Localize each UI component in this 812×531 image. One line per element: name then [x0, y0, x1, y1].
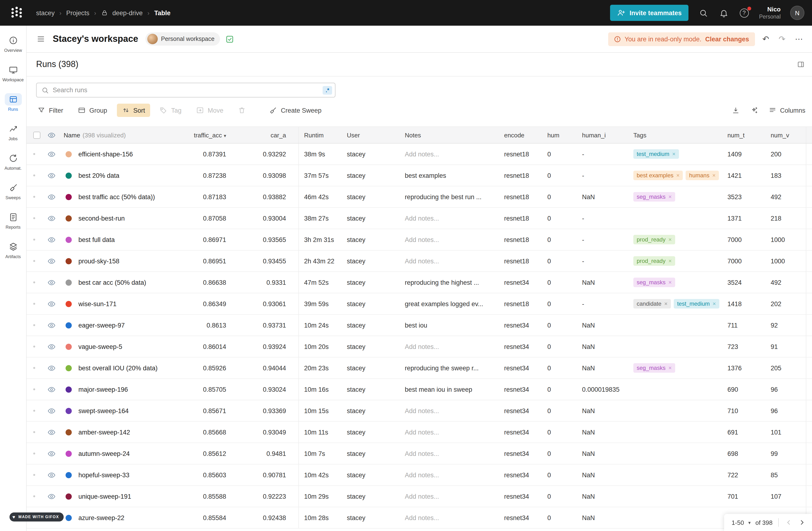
breadcrumb-user[interactable]: stacey [36, 9, 55, 16]
user-avatar[interactable]: N [790, 6, 804, 20]
more-options-button[interactable]: ⋯ [793, 33, 806, 45]
visibility-eye-icon[interactable] [47, 321, 55, 329]
tag-chip[interactable]: seg_masks× [633, 278, 675, 287]
cell-notes[interactable]: Add notes... [403, 257, 502, 264]
tag-chip[interactable]: candidate× [633, 299, 671, 308]
user-menu[interactable]: Nico Personal [759, 5, 781, 20]
visibility-eye-icon[interactable] [47, 407, 55, 415]
cell-notes[interactable]: best mean iou in sweep [403, 386, 502, 393]
panel-layout-icon[interactable] [796, 60, 806, 69]
run-name[interactable]: proud-sky-158 [78, 257, 119, 264]
column-header-user[interactable]: User [345, 131, 403, 139]
table-row[interactable]: efficient-shape-156 0.87391 0.93292 38m … [27, 144, 812, 165]
search-runs-input[interactable] [53, 87, 319, 94]
drag-handle[interactable] [33, 431, 35, 433]
drag-handle[interactable] [33, 196, 35, 198]
sidebar-item-workspace[interactable]: Workspace [0, 61, 26, 85]
tag-remove-icon[interactable]: × [668, 193, 671, 200]
cell-notes[interactable]: Add notes... [403, 514, 502, 521]
magic-columns-button[interactable] [749, 105, 759, 115]
breadcrumb-page[interactable]: Table [154, 9, 171, 16]
visibility-eye-icon[interactable] [47, 171, 55, 180]
sidebar-item-artifacts[interactable]: Artifacts [0, 238, 26, 262]
run-name[interactable]: azure-sweep-22 [78, 514, 125, 521]
table-row[interactable]: unique-sweep-191 0.85588 0.92223 10m 29s… [27, 486, 812, 507]
run-name[interactable]: vague-sweep-5 [78, 343, 122, 350]
create-sweep-button[interactable]: Create Sweep [264, 104, 327, 117]
drag-handle[interactable] [33, 260, 35, 262]
run-name[interactable]: best full data [78, 236, 115, 243]
table-row[interactable]: eager-sweep-97 0.8613 0.93731 10m 24s st… [27, 315, 812, 336]
invite-teammates-button[interactable]: Invite teammates [610, 5, 688, 21]
export-download-button[interactable] [730, 105, 740, 115]
tag-remove-icon[interactable]: × [672, 151, 676, 157]
drag-handle[interactable] [33, 474, 35, 476]
drag-handle[interactable] [33, 217, 35, 219]
cell-notes[interactable]: Add notes... [403, 150, 502, 158]
cell-notes[interactable]: Add notes... [403, 450, 502, 457]
run-name[interactable]: major-sweep-196 [78, 386, 128, 393]
run-name[interactable]: unique-sweep-191 [78, 493, 131, 500]
column-header-hum[interactable]: hum [546, 131, 580, 139]
drag-handle[interactable] [33, 153, 35, 155]
visibility-eye-icon[interactable] [47, 214, 55, 222]
tag-chip[interactable]: seg_masks× [633, 363, 675, 373]
column-header-encoder[interactable]: encode [502, 131, 546, 139]
filter-button[interactable]: Filter [32, 104, 69, 117]
run-name[interactable]: hopeful-sweep-33 [78, 471, 129, 478]
breadcrumb-project[interactable]: deep-drive [112, 9, 143, 16]
tag-chip[interactable]: seg_masks× [633, 192, 675, 202]
column-header-car-a[interactable]: car_a [232, 127, 299, 143]
visibility-eye-icon[interactable] [47, 385, 55, 393]
table-row[interactable]: best 20% data 0.87238 0.93098 37m 57s st… [27, 165, 812, 186]
cell-notes[interactable]: Add notes... [403, 236, 502, 243]
tag-remove-icon[interactable]: × [668, 364, 671, 371]
cell-notes[interactable]: best iou [403, 321, 502, 329]
run-name[interactable]: efficient-shape-156 [78, 150, 133, 158]
column-header-runtime[interactable]: Runtim [299, 131, 345, 139]
tag-chip[interactable]: prod_ready× [633, 235, 675, 244]
column-header-human-i[interactable]: human_i [580, 131, 632, 139]
drag-handle[interactable] [33, 282, 35, 283]
table-row[interactable]: vague-sweep-5 0.86014 0.93924 10m 20s st… [27, 336, 812, 358]
drag-handle[interactable] [33, 410, 35, 412]
clear-changes-link[interactable]: Clear changes [705, 35, 749, 43]
tag-chip[interactable]: humans× [686, 171, 719, 180]
table-row[interactable]: best traffic acc (50% data)) 0.87183 0.9… [27, 186, 812, 208]
visibility-eye-icon[interactable] [47, 150, 55, 158]
sidebar-item-overview[interactable]: Overview [0, 31, 26, 56]
visibility-eye-icon[interactable] [47, 492, 55, 500]
column-header-num-t[interactable]: num_t [726, 131, 769, 139]
sidebar-item-jobs[interactable]: Jobs [0, 120, 26, 144]
column-header-traffic-acc[interactable]: traffic_acc▾ [170, 131, 232, 139]
cell-notes[interactable]: best examples [403, 172, 502, 179]
visibility-eye-icon[interactable] [47, 428, 55, 436]
table-row[interactable]: major-sweep-196 0.85705 0.93024 10m 16s … [27, 379, 812, 400]
column-header-notes[interactable]: Notes [403, 131, 502, 139]
table-row[interactable]: autumn-sweep-24 0.85612 0.9481 10m 7s st… [27, 443, 812, 464]
drag-handle[interactable] [33, 453, 35, 455]
tag-chip[interactable]: test_medium× [633, 149, 679, 159]
sidebar-item-runs[interactable]: Runs [0, 90, 26, 115]
run-name[interactable]: best overall IOU (20% data) [78, 364, 158, 372]
global-search-button[interactable] [698, 8, 709, 18]
sort-button[interactable]: Sort [117, 104, 150, 117]
breadcrumb-projects[interactable]: Projects [66, 9, 90, 16]
next-page-button[interactable] [798, 518, 806, 527]
group-button[interactable]: Group [73, 104, 112, 117]
run-name[interactable]: second-best-run [78, 215, 125, 222]
drag-handle[interactable] [33, 324, 35, 326]
visibility-eye-icon[interactable] [47, 235, 55, 244]
drag-handle[interactable] [33, 303, 35, 305]
visibility-eye-icon[interactable] [47, 471, 55, 479]
prev-page-button[interactable] [784, 518, 793, 527]
page-size-dropdown[interactable]: 1-50 ▾ [732, 519, 751, 526]
tag-remove-icon[interactable]: × [664, 300, 668, 307]
tag-chip[interactable]: test_medium× [674, 299, 719, 308]
table-row[interactable]: amber-sweep-142 0.85668 0.93049 10m 11s … [27, 422, 812, 443]
cell-notes[interactable]: Add notes... [403, 493, 502, 500]
table-row[interactable]: wise-sun-171 0.86349 0.93061 39m 59s sta… [27, 293, 812, 315]
cell-notes[interactable]: Add notes... [403, 215, 502, 222]
visibility-eye-icon[interactable] [47, 193, 55, 201]
table-row[interactable]: swept-sweep-164 0.85671 0.93369 10m 15s … [27, 400, 812, 422]
